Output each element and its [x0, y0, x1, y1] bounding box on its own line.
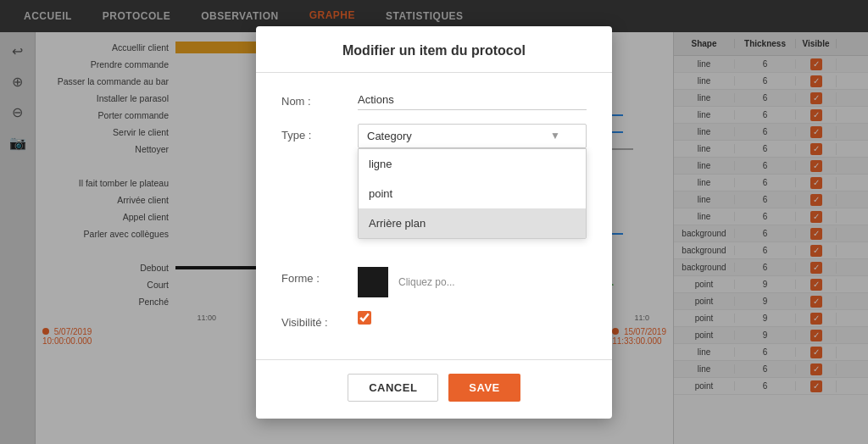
dropdown-item-point[interactable]: point: [359, 179, 586, 208]
modal-overlay: Modifier un item du protocol Nom : Type …: [0, 0, 868, 444]
save-button[interactable]: SAVE: [448, 374, 520, 402]
type-dropdown-menu: ligne point Arrière plan: [358, 148, 587, 239]
form-row-type: Type : Category ▼ ligne point Arrière pl…: [281, 124, 587, 148]
dropdown-item-arriere-plan[interactable]: Arrière plan: [359, 208, 586, 238]
forme-hint: Cliquez po...: [398, 276, 455, 288]
modal-footer: CANCEL SAVE: [256, 359, 612, 419]
type-select[interactable]: Category ▼: [358, 124, 587, 148]
form-row-visibilite: Visibilité :: [281, 311, 587, 329]
dropdown-item-ligne[interactable]: ligne: [359, 149, 586, 179]
forme-control-wrap: Cliquez po...: [358, 267, 587, 297]
type-select-wrap: Category ▼ ligne point Arrière plan: [358, 124, 587, 148]
forme-label: Forme :: [281, 267, 358, 285]
chevron-down-icon: ▼: [550, 130, 560, 142]
visibilite-checkbox[interactable]: [358, 311, 371, 325]
cancel-button[interactable]: CANCEL: [348, 374, 438, 402]
type-selected-value: Category: [367, 130, 412, 142]
modal-dialog: Modifier un item du protocol Nom : Type …: [256, 26, 612, 419]
nom-label: Nom :: [281, 90, 358, 108]
form-row-nom: Nom :: [281, 90, 587, 110]
modal-body: Nom : Type : Category ▼ ligne point: [256, 73, 612, 359]
nom-input-wrap: [358, 90, 587, 110]
nom-input[interactable]: [358, 90, 587, 110]
form-row-forme: Forme : Cliquez po...: [281, 267, 587, 297]
color-swatch[interactable]: [358, 267, 388, 297]
type-label: Type :: [281, 124, 358, 142]
visibilite-control-wrap: [358, 311, 587, 325]
visibilite-label: Visibilité :: [281, 311, 358, 329]
modal-title: Modifier un item du protocol: [256, 26, 612, 73]
